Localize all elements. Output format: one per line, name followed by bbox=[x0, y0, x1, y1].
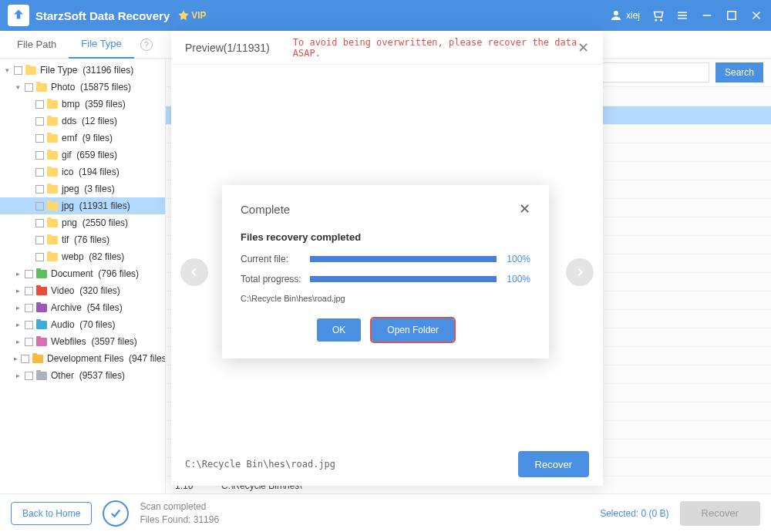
tree-item[interactable]: ▾File Type (31196 files) bbox=[0, 62, 165, 79]
file-tree-sidebar: ▾File Type (31196 files)▾Photo (15875 fi… bbox=[0, 59, 166, 493]
back-to-home-button[interactable]: Back to Home bbox=[11, 502, 92, 525]
search-button[interactable]: Search bbox=[715, 62, 763, 82]
titlebar: StarzSoft Data Recovery VIP xiej bbox=[0, 0, 771, 31]
tree-item[interactable]: png (2550 files) bbox=[0, 214, 165, 231]
tree-item[interactable]: emf (9 files) bbox=[0, 130, 165, 146]
tree-item[interactable]: ico (194 files) bbox=[0, 163, 165, 180]
maximize-icon[interactable] bbox=[725, 8, 739, 22]
preview-recover-button[interactable]: Recover bbox=[518, 451, 589, 477]
current-file-label: Current file: bbox=[241, 254, 310, 264]
preview-file-path: C:\Recycle Bin\hes\road.jpg bbox=[185, 459, 335, 470]
scan-complete-icon bbox=[103, 500, 129, 527]
scan-status-text: Scan completed Files Found: 31196 bbox=[140, 500, 219, 527]
app-title: StarzSoft Data Recovery bbox=[35, 9, 170, 22]
tree-item[interactable]: gif (659 files) bbox=[0, 146, 165, 163]
app-logo bbox=[8, 5, 29, 26]
footer: Back to Home Scan completed Files Found:… bbox=[0, 493, 771, 532]
preview-prev-button[interactable] bbox=[180, 258, 208, 286]
current-file-progress bbox=[310, 256, 497, 262]
preview-title: Preview(1/11931) bbox=[185, 42, 270, 54]
tree-item[interactable]: ▸Other (9537 files) bbox=[0, 367, 165, 384]
vip-badge[interactable]: VIP bbox=[177, 9, 206, 22]
svg-point-1 bbox=[655, 19, 657, 21]
tree-item[interactable]: ▸Development Files (947 files) bbox=[0, 350, 165, 367]
svg-point-0 bbox=[614, 11, 618, 15]
tree-item[interactable]: webp (82 files) bbox=[0, 248, 165, 265]
close-icon[interactable] bbox=[749, 8, 763, 22]
preview-warning: To avoid being overwritten, please recov… bbox=[293, 37, 577, 59]
help-icon[interactable]: ? bbox=[140, 39, 153, 51]
tree-item[interactable]: jpeg (3 files) bbox=[0, 180, 165, 197]
tree-item[interactable]: bmp (359 files) bbox=[0, 96, 165, 113]
tab-file-type[interactable]: File Type bbox=[69, 31, 134, 59]
minimize-icon[interactable] bbox=[700, 8, 714, 22]
total-progress bbox=[310, 276, 497, 282]
preview-close-icon[interactable]: ✕ bbox=[577, 39, 589, 56]
tree-item[interactable]: ▸Webfiles (3597 files) bbox=[0, 333, 165, 350]
recover-button-footer[interactable]: Recover bbox=[680, 501, 760, 526]
dialog-close-icon[interactable]: ✕ bbox=[519, 200, 530, 217]
tree-item[interactable]: ▸Audio (70 files) bbox=[0, 316, 165, 333]
svg-rect-3 bbox=[728, 12, 736, 20]
user-icon bbox=[609, 8, 623, 22]
dialog-path: C:\Recycle Bin\hes\road.jpg bbox=[241, 294, 530, 303]
tree-item[interactable]: tif (76 files) bbox=[0, 231, 165, 248]
tree-item[interactable]: dds (12 files) bbox=[0, 113, 165, 130]
svg-point-2 bbox=[661, 19, 662, 21]
ok-button[interactable]: OK bbox=[317, 318, 361, 342]
total-progress-label: Total progress: bbox=[241, 274, 310, 285]
tree-item[interactable]: ▸Video (320 files) bbox=[0, 282, 165, 299]
user-account[interactable]: xiej bbox=[609, 8, 640, 22]
complete-dialog: Complete ✕ Files recovery completed Curr… bbox=[222, 185, 549, 359]
dialog-message: Files recovery completed bbox=[241, 231, 530, 243]
cart-icon[interactable] bbox=[651, 8, 665, 22]
dialog-title: Complete bbox=[241, 203, 290, 216]
menu-icon[interactable] bbox=[675, 8, 689, 22]
open-folder-button[interactable]: Open Folder bbox=[372, 318, 454, 342]
tab-file-path[interactable]: File Path bbox=[5, 31, 69, 59]
tree-item[interactable]: ▸Archive (54 files) bbox=[0, 299, 165, 316]
tree-item[interactable]: jpg (11931 files) bbox=[0, 197, 165, 214]
tree-item[interactable]: ▾Photo (15875 files) bbox=[0, 79, 165, 96]
tree-item[interactable]: ▸Document (796 files) bbox=[0, 265, 165, 282]
selected-count: Selected: 0 (0 B) bbox=[600, 508, 668, 519]
preview-next-button[interactable] bbox=[566, 258, 594, 286]
